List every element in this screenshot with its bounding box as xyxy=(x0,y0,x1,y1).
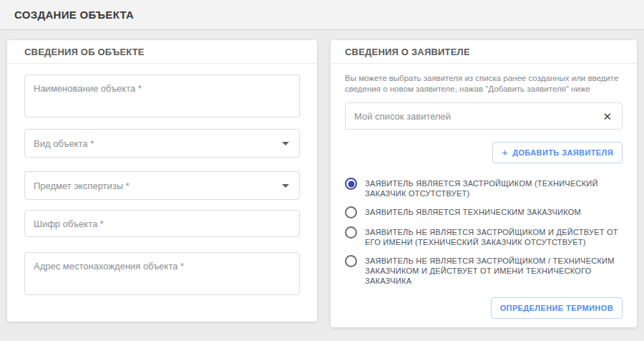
radio-label: ЗАЯВИТЕЛЬ НЕ ЯВЛЯЕТСЯ ЗАСТРОЙЩИКОМ И ДЕЙ… xyxy=(365,226,623,247)
radio-applicant-acts-for-developer[interactable]: ЗАЯВИТЕЛЬ НЕ ЯВЛЯЕТСЯ ЗАСТРОЙЩИКОМ И ДЕЙ… xyxy=(345,226,623,247)
radio-label: ЗАЯВИТЕЛЬ НЕ ЯВЛЯЕТСЯ ЗАСТРОЙЩИКОМ / ТЕХ… xyxy=(365,255,623,286)
chevron-down-icon xyxy=(282,184,289,188)
applicant-panel-body: Вы можете выбрать заявителя из списка ра… xyxy=(331,64,637,327)
radio-button-icon[interactable] xyxy=(345,178,357,190)
clear-icon[interactable]: ✕ xyxy=(602,111,612,122)
applicant-info-panel: СВЕДЕНИЯ О ЗАЯВИТЕЛЕ Вы можете выбрать з… xyxy=(331,40,637,327)
object-panel-body: Наименование объекта * Вид объекта * Пре… xyxy=(7,64,317,322)
radio-label: ЗАЯВИТЕЛЬ ЯВЛЯЕТСЯ ЗАСТРОЙЩИКОМ (ТЕХНИЧЕ… xyxy=(365,178,623,198)
object-code-input[interactable]: Шифр объекта * xyxy=(24,210,300,237)
applicant-help-text: Вы можете выбрать заявителя из списка ра… xyxy=(345,73,623,95)
plus-icon: + xyxy=(502,149,508,156)
radio-label: ЗАЯВИТЕЛЬ ЯВЛЯЕТСЯ ТЕХНИЧЕСКИМ ЗАКАЗЧИКО… xyxy=(365,206,581,217)
radio-applicant-is-technical-customer[interactable]: ЗАЯВИТЕЛЬ ЯВЛЯЕТСЯ ТЕХНИЧЕСКИМ ЗАКАЗЧИКО… xyxy=(345,206,623,218)
radio-button-icon[interactable] xyxy=(345,206,357,218)
radio-button-icon[interactable] xyxy=(345,255,357,267)
object-type-placeholder: Вид объекта * xyxy=(34,138,94,149)
applicant-list-input[interactable]: Мой список завителей ✕ xyxy=(345,102,623,130)
object-name-placeholder: Наименование объекта * xyxy=(34,83,142,94)
object-panel-title: СВЕДЕНИЯ ОБ ОБЪЕКТЕ xyxy=(24,47,300,57)
object-name-textarea[interactable]: Наименование объекта * xyxy=(24,75,300,117)
object-code-placeholder: Шифр объекта * xyxy=(34,218,104,229)
expertise-subject-select[interactable]: Предмет экспертизы * xyxy=(24,171,300,200)
chevron-down-icon xyxy=(282,142,289,145)
radio-button-icon[interactable] xyxy=(345,226,357,239)
object-panel-header: СВЕДЕНИЯ ОБ ОБЪЕКТЕ xyxy=(7,40,317,64)
add-applicant-label: ДОБАВИТЬ ЗАЯВИТЕЛЯ xyxy=(512,148,613,157)
add-applicant-row: + ДОБАВИТЬ ЗАЯВИТЕЛЯ xyxy=(345,142,623,163)
terms-row: ОПРЕДЕЛЕНИЕ ТЕРМИНОВ xyxy=(345,297,623,319)
object-info-panel: СВЕДЕНИЯ ОБ ОБЪЕКТЕ Наименование объекта… xyxy=(7,40,317,322)
expertise-subject-placeholder: Предмет экспертизы * xyxy=(34,181,130,191)
applicant-panel-header: СВЕДЕНИЯ О ЗАЯВИТЕЛЕ xyxy=(331,40,637,64)
content-area: СВЕДЕНИЯ ОБ ОБЪЕКТЕ Наименование объекта… xyxy=(0,30,644,327)
page-header: СОЗДАНИЕ ОБЪЕКТА xyxy=(0,0,644,30)
page-title: СОЗДАНИЕ ОБЪЕКТА xyxy=(14,9,134,21)
create-object-page: СОЗДАНИЕ ОБЪЕКТА СВЕДЕНИЯ ОБ ОБЪЕКТЕ Наи… xyxy=(0,0,644,341)
applicant-panel-title: СВЕДЕНИЯ О ЗАЯВИТЕЛЕ xyxy=(345,47,620,57)
object-type-select[interactable]: Вид объекта * xyxy=(24,129,300,158)
object-address-placeholder: Адрес местонахождения объекта * xyxy=(34,261,184,272)
terms-definition-button[interactable]: ОПРЕДЕЛЕНИЕ ТЕРМИНОВ xyxy=(491,297,623,319)
radio-applicant-acts-for-technical-customer[interactable]: ЗАЯВИТЕЛЬ НЕ ЯВЛЯЕТСЯ ЗАСТРОЙЩИКОМ / ТЕХ… xyxy=(345,255,623,286)
radio-applicant-is-developer[interactable]: ЗАЯВИТЕЛЬ ЯВЛЯЕТСЯ ЗАСТРОЙЩИКОМ (ТЕХНИЧЕ… xyxy=(345,178,623,198)
applicant-list-value: Мой список завителей xyxy=(354,111,451,122)
object-address-textarea[interactable]: Адрес местонахождения объекта * xyxy=(24,252,300,295)
terms-definition-label: ОПРЕДЕЛЕНИЕ ТЕРМИНОВ xyxy=(500,304,613,312)
add-applicant-button[interactable]: + ДОБАВИТЬ ЗАЯВИТЕЛЯ xyxy=(492,142,623,163)
applicant-role-radio-group: ЗАЯВИТЕЛЬ ЯВЛЯЕТСЯ ЗАСТРОЙЩИКОМ (ТЕХНИЧЕ… xyxy=(345,178,623,286)
